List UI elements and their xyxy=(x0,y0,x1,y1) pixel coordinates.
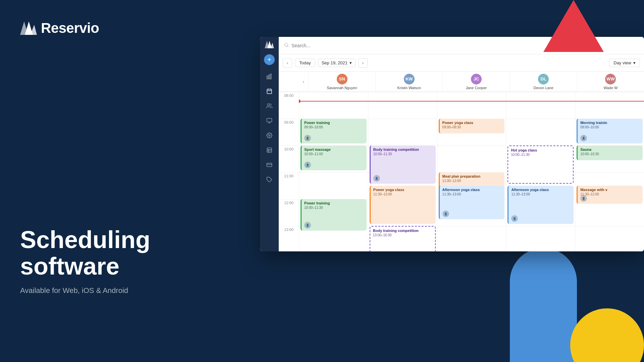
event-sport-massage[interactable]: Sport massage 10:00–11:00 👤 xyxy=(301,145,367,170)
event-morning-training[interactable]: Morning trainin 09:00–10:00 👤 xyxy=(577,119,643,143)
staff-cell-jane: JC Jane Cooper xyxy=(442,72,509,92)
svg-line-26 xyxy=(287,46,288,47)
sidebar-item-card[interactable] xyxy=(263,159,275,171)
app-screenshot: + xyxy=(260,37,644,251)
event-afternoon-yoga-jane[interactable]: Afternoon yoga class 11:30–13:00 👤 xyxy=(439,186,505,219)
svg-point-25 xyxy=(285,43,288,46)
staff-avatar-kristin: KW xyxy=(404,74,415,84)
headline: Scheduling software xyxy=(20,227,241,280)
staff-cell-kristin: KW Kristin Watson xyxy=(375,72,442,92)
calendar-col-jane: Power yoga class 09:00–09:30 Meal plan p… xyxy=(437,92,506,251)
search-icon xyxy=(284,43,289,48)
sidebar-item-monitor[interactable] xyxy=(263,115,275,127)
time-slot-1000: 10:00 xyxy=(279,145,299,172)
sidebar-logo xyxy=(265,41,274,50)
event-body-training-dashed[interactable]: Body training competition 13:00–16:30 xyxy=(370,226,436,251)
logo-icon xyxy=(20,21,37,35)
staff-avatar-devon: DL xyxy=(538,74,549,84)
triangle-decoration xyxy=(543,0,604,52)
event-power-training-1[interactable]: Power training 09:00–10:00 👤 xyxy=(301,119,367,143)
svg-rect-6 xyxy=(267,76,268,79)
calendar-grid: Power training 09:00–10:00 👤 Sport massa… xyxy=(299,92,644,251)
sidebar-item-contacts[interactable] xyxy=(263,100,275,112)
calendar-col-devon: Hot yoga class 10:00–11:30 Afternoon yog… xyxy=(506,92,575,251)
time-slot-1300: 13:00 xyxy=(279,226,299,251)
sidebar-item-settings[interactable] xyxy=(263,129,275,141)
subtext: Available for Web, iOS & Android xyxy=(20,286,241,295)
event-power-yoga-1[interactable]: Power yoga class 11:30–13:00 xyxy=(370,186,436,224)
time-slot-0800: 08:00 xyxy=(279,92,299,119)
event-massage[interactable]: Massage with v 11:30–12:00 👤 xyxy=(577,186,643,204)
event-power-training-2[interactable]: Power training 10:00–11:30 👤 xyxy=(301,199,367,231)
staff-cell-devon: DL Devon Lane xyxy=(510,72,577,92)
event-hot-yoga[interactable]: Hot yoga class 10:00–11:30 xyxy=(507,145,574,184)
prev-nav-button[interactable]: ‹ xyxy=(283,58,292,68)
sidebar-logo-icon xyxy=(265,41,274,48)
time-slot-0900: 09:00 xyxy=(279,119,299,145)
today-button[interactable]: Today xyxy=(295,59,315,67)
app-main: ‹ Today Sep 19, 2021 ▾ › Day view ▾ ‹ SN… xyxy=(279,37,644,251)
staff-columns: SN Savannah Nguyen KW Kristin Watson JC … xyxy=(308,72,644,92)
calendar-col-wade: Morning trainin 09:00–10:00 👤 Sauna 10:0… xyxy=(575,92,644,251)
date-selector[interactable]: Sep 19, 2021 ▾ xyxy=(318,59,356,67)
marketing-panel: Reservio Scheduling software Available f… xyxy=(0,0,262,362)
staff-cell-savannah: SN Savannah Nguyen xyxy=(308,72,375,92)
sidebar-item-tag[interactable] xyxy=(263,174,275,186)
calendar-col-kristin: Body training competition 10:00–11:30 👤 … xyxy=(368,92,437,251)
staff-avatar-jane: JC xyxy=(471,74,482,84)
event-power-yoga-2[interactable]: Power yoga class 09:00–09:30 xyxy=(439,119,505,133)
app-name: Reservio xyxy=(41,20,99,36)
blue-shape-decoration xyxy=(510,248,577,362)
staff-header: ‹ SN Savannah Nguyen KW Kristin Watson J… xyxy=(279,72,644,92)
staff-name-jane: Jane Cooper xyxy=(466,86,487,90)
next-nav-button[interactable]: › xyxy=(358,58,368,68)
sidebar-item-analytics[interactable] xyxy=(263,70,275,82)
staff-cell-wade: WW Wade W xyxy=(577,72,644,92)
staff-name-wade: Wade W xyxy=(604,86,618,90)
svg-point-17 xyxy=(269,135,270,136)
staff-avatar-wade: WW xyxy=(605,74,616,84)
staff-name-devon: Devon Lane xyxy=(534,86,553,90)
time-gutter: 08:00 09:00 10:00 11:00 12:00 13:00 xyxy=(279,92,299,251)
app-sidebar: + xyxy=(260,37,279,251)
view-selector[interactable]: Day view ▾ xyxy=(609,59,640,67)
svg-rect-8 xyxy=(270,74,271,79)
svg-rect-9 xyxy=(267,89,272,94)
event-body-training-1[interactable]: Body training competition 10:00–11:30 👤 xyxy=(370,145,436,184)
event-afternoon-yoga-devon[interactable]: Afternoon yoga class 11:30–13:00 👤 xyxy=(507,186,574,224)
sidebar-item-calendar[interactable] xyxy=(263,85,275,97)
event-sauna[interactable]: Sauna 10:00–10:30 xyxy=(577,145,643,160)
calendar-col-savannah: Power training 09:00–10:00 👤 Sport massa… xyxy=(299,92,368,251)
staff-avatar-savannah: SN xyxy=(337,74,347,84)
staff-name-kristin: Kristin Watson xyxy=(397,86,421,90)
calendar-toolbar: ‹ Today Sep 19, 2021 ▾ › Day view ▾ xyxy=(279,54,644,72)
time-slot-1100: 11:00 xyxy=(279,172,299,199)
calendar-body: 08:00 09:00 10:00 11:00 12:00 13:00 xyxy=(279,92,644,251)
circle-decoration xyxy=(570,308,644,362)
svg-rect-14 xyxy=(267,118,272,122)
add-button[interactable]: + xyxy=(264,54,275,65)
svg-point-13 xyxy=(268,104,270,106)
svg-rect-22 xyxy=(267,163,272,167)
svg-rect-18 xyxy=(267,148,272,153)
logo-area: Reservio xyxy=(20,20,241,36)
sidebar-item-table[interactable] xyxy=(263,144,275,156)
time-slot-1200: 12:00 xyxy=(279,199,299,226)
staff-name-savannah: Savannah Nguyen xyxy=(327,86,357,90)
staff-prev-button[interactable]: ‹ xyxy=(299,79,308,84)
svg-rect-7 xyxy=(269,75,270,79)
